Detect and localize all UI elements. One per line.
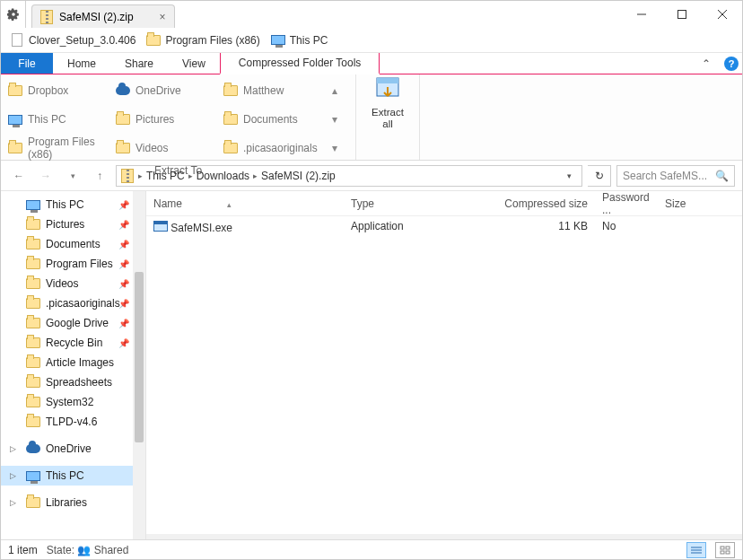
tree-label: Videos [46,277,78,290]
scroll-down-icon[interactable]: ▾ [328,105,342,134]
tree-item[interactable]: Google Drive📌 [1,313,145,333]
icons-view-button[interactable] [715,542,735,558]
tree-item[interactable]: Spreadsheets [1,372,145,392]
tab-share[interactable]: Share [110,53,168,74]
tree-label: Article Images [46,356,114,369]
tree-item[interactable]: ▷OneDrive [1,439,145,459]
recent-dropdown-icon[interactable]: ▾ [62,165,83,187]
extract-dest[interactable]: Dropbox [4,76,112,105]
file-menu[interactable]: File [1,53,53,74]
column-size[interactable]: Size [658,197,694,210]
address-bar[interactable]: ▸ This PC ▸ Downloads ▸ SafeMSI (2).zip … [116,165,582,187]
tree-label: This PC [46,198,84,211]
extract-dest[interactable]: Documents [220,105,328,134]
maximize-button[interactable] [661,1,702,28]
expand-icon[interactable]: ▷ [10,498,16,507]
zip-icon [39,10,54,24]
exe-icon [153,219,168,233]
close-button[interactable] [702,1,742,28]
chevron-right-icon[interactable]: ▸ [188,171,193,180]
system-menu-icon[interactable] [1,1,26,28]
close-tab-icon[interactable]: × [156,11,169,23]
extract-dest[interactable]: OneDrive [112,76,220,105]
pin-icon[interactable]: 📌 [118,220,129,230]
pin-icon[interactable]: 📌 [118,240,129,249]
cell-name: SafeMSI.exe [170,222,232,234]
shelf-label: Clover_Setup_3.0.406 [29,34,135,47]
pin-icon[interactable]: 📌 [118,338,129,348]
chevron-right-icon[interactable]: ▸ [138,171,143,180]
pin-icon[interactable]: 📌 [118,319,129,328]
svg-rect-12 [726,551,730,554]
breadcrumb[interactable]: Downloads [197,170,249,182]
search-input[interactable]: Search SafeMS... 🔍 [616,165,735,187]
ribbon-collapse-icon[interactable]: ⌃ [692,53,721,74]
tree-item[interactable]: Program Files📌 [1,254,145,274]
tab-view[interactable]: View [168,53,220,74]
tree-item[interactable]: Videos📌 [1,274,145,293]
tree-item[interactable]: TLPD-v4.6 [1,412,145,432]
tree-item[interactable]: Article Images [1,353,145,372]
tree-item[interactable]: Documents📌 [1,234,145,254]
breadcrumb[interactable]: This PC [146,170,185,182]
shelf-item[interactable]: Program Files (x86) [146,33,259,48]
folder-icon [26,336,40,350]
scroll-up-icon[interactable]: ▴ [328,76,342,105]
forward-button[interactable]: → [35,165,57,187]
folder-icon [146,33,161,48]
cell-compressed: 11 KB [487,220,595,232]
minimize-button[interactable] [621,1,661,28]
expand-icon[interactable]: ▷ [10,471,16,480]
column-type[interactable]: Type [344,197,487,210]
monitor-icon [26,197,40,212]
breadcrumb[interactable]: SafeMSI (2).zip [261,170,336,182]
extract-dest[interactable]: Program Files (x86) [4,134,112,162]
extract-dest[interactable]: Videos [112,134,220,162]
tree-item[interactable]: System32 [1,392,145,412]
column-password[interactable]: Password ... [595,191,658,216]
chevron-right-icon[interactable]: ▸ [253,171,258,180]
tree-item[interactable]: Pictures📌 [1,214,145,234]
up-button[interactable]: ↑ [89,165,110,187]
svg-rect-1 [677,11,686,19]
ribbon-tabs: File Home Share View Compressed Folder T… [1,53,742,74]
page-icon [10,33,24,48]
folder-icon [26,316,40,330]
sort-asc-icon: ▴ [227,200,232,209]
tree-item[interactable]: .picasaoriginals📌 [1,293,145,313]
tree-label: Documents [46,238,101,250]
help-button[interactable]: ? [721,53,742,74]
folder-icon [26,296,40,311]
extract-all-button[interactable]: Extract all [356,74,419,129]
column-compressed-size[interactable]: Compressed size [487,197,595,210]
address-dropdown-icon[interactable]: ▾ [560,171,578,180]
table-row[interactable]: SafeMSI.exeApplication11 KBNo [146,216,742,236]
extract-dest[interactable]: This PC [4,105,112,134]
pin-icon[interactable]: 📌 [118,299,129,309]
tree-item[interactable]: This PC📌 [1,195,145,214]
tree-item[interactable]: ▷Libraries [1,493,145,512]
details-view-button[interactable] [686,542,706,558]
shelf-item[interactable]: Clover_Setup_3.0.406 [10,33,135,48]
refresh-button[interactable]: ↻ [588,165,611,187]
pin-icon[interactable]: 📌 [118,200,129,210]
monitor-icon [271,33,285,48]
expand-icon[interactable]: ▷ [10,444,16,453]
pin-icon[interactable]: 📌 [118,279,129,289]
back-button[interactable]: ← [8,165,30,187]
shelf-item[interactable]: This PC [271,33,328,48]
extract-dest[interactable]: Matthew [220,76,328,105]
extract-dest[interactable]: .picasaoriginals [220,134,328,162]
pin-icon[interactable]: 📌 [118,259,129,269]
column-name[interactable]: Name▴ [146,197,344,210]
folder-icon [26,237,40,251]
more-dests-icon[interactable]: ▾ [328,134,342,162]
tree-item[interactable]: Recycle Bin📌 [1,333,145,353]
extract-dest[interactable]: Pictures [112,105,220,134]
tree-item[interactable]: ▷This PC [1,466,145,486]
tree-label: OneDrive [46,442,92,455]
tab-home[interactable]: Home [53,53,110,74]
tab-compressed-folder-tools[interactable]: Compressed Folder Tools [220,53,380,74]
tab-safemsi[interactable]: SafeMSI (2).zip × [31,4,175,28]
sidebar-scrollbar[interactable] [133,191,145,548]
